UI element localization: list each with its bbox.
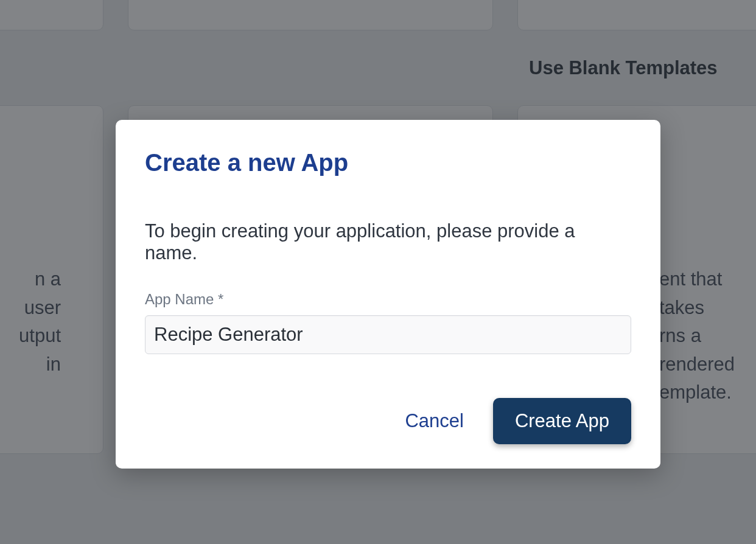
app-name-label: App Name *: [145, 291, 631, 308]
modal-title: Create a new App: [145, 149, 631, 176]
create-app-modal: Create a new App To begin creating your …: [116, 120, 660, 469]
app-name-input[interactable]: [145, 315, 631, 354]
app-name-field-group: App Name *: [145, 291, 631, 354]
modal-actions: Cancel Create App: [145, 398, 631, 444]
cancel-button[interactable]: Cancel: [400, 403, 469, 439]
modal-description: To begin creating your application, plea…: [145, 220, 631, 264]
create-app-button[interactable]: Create App: [493, 398, 631, 444]
